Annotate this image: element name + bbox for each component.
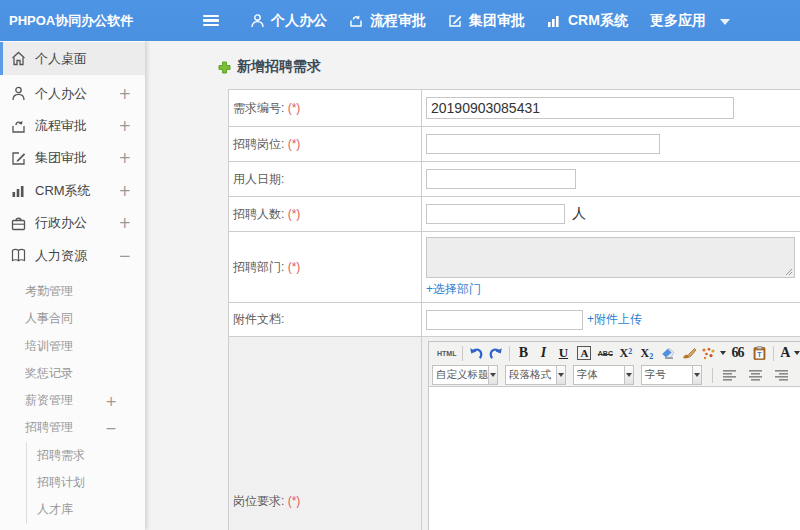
nav-personal-office[interactable]: 个人办公 xyxy=(251,12,327,30)
required-mark: (*) xyxy=(288,137,301,151)
align-center-button[interactable] xyxy=(742,366,768,384)
rich-text-editor: HTML B I U A ABC X2 X2 66 T xyxy=(428,341,800,530)
sidebar-item-crm[interactable]: CRM系统 + xyxy=(0,175,145,207)
home-icon xyxy=(11,51,26,66)
edit-icon xyxy=(11,151,26,166)
magic-wand-icon xyxy=(701,347,716,360)
sidebar-item-personal-desktop[interactable]: 个人桌面 xyxy=(0,42,145,75)
sidebar-subitem-recruit[interactable]: 招聘管理 − xyxy=(0,414,145,441)
briefcase-icon xyxy=(11,216,26,231)
collapse-minus-icon[interactable]: − xyxy=(105,420,117,436)
field-label: 需求编号: xyxy=(233,101,284,115)
nav-label: 更多应用 xyxy=(650,12,706,30)
bold-button[interactable]: B xyxy=(513,344,533,362)
strikethrough-button[interactable]: ABC xyxy=(595,344,615,362)
page-title: 新增招聘需求 xyxy=(218,58,321,76)
heading-select[interactable]: 自定义标题 xyxy=(432,365,489,385)
sidebar-item-group-approval[interactable]: 集团审批 + xyxy=(0,142,145,174)
select-arrow-button[interactable] xyxy=(489,365,498,385)
add-plus-icon xyxy=(218,61,231,74)
paste-text-button[interactable]: T xyxy=(748,344,770,362)
expand-plus-icon[interactable]: + xyxy=(118,117,131,135)
form-row-demand-no: 需求编号: (*) xyxy=(229,90,800,127)
expand-plus-icon[interactable]: + xyxy=(118,85,131,103)
editor-content-area[interactable] xyxy=(429,387,800,530)
eraser-icon xyxy=(661,348,675,359)
count-input[interactable] xyxy=(426,204,565,224)
demand-no-input[interactable] xyxy=(426,97,734,119)
form-row-job: 招聘岗位: (*) xyxy=(229,127,800,162)
font-style-button[interactable]: A xyxy=(577,346,591,360)
dept-textarea[interactable] xyxy=(426,237,795,278)
bar-chart-icon xyxy=(11,183,26,198)
select-arrow-button[interactable] xyxy=(557,365,566,385)
expand-plus-icon[interactable]: + xyxy=(118,182,131,200)
superscript-button[interactable]: X2 xyxy=(615,344,636,362)
sidebar-item-label: 人力资源 xyxy=(35,247,87,265)
nav-crm-system[interactable]: CRM系统 xyxy=(547,12,628,30)
workflow-icon xyxy=(11,119,26,134)
top-nav: 个人办公 流程审批 集团审批 CRM系统 更多应用 xyxy=(251,12,730,30)
workflow-icon xyxy=(349,14,363,28)
sidebar-subitem-recruit-demand[interactable]: 招聘需求 xyxy=(27,442,145,469)
job-input[interactable] xyxy=(426,134,660,154)
align-right-button[interactable] xyxy=(768,366,794,384)
expand-plus-icon[interactable]: + xyxy=(118,149,131,167)
sidebar-item-process-approval[interactable]: 流程审批 + xyxy=(0,110,145,142)
format-painter-button[interactable] xyxy=(678,344,700,362)
nav-label: 集团审批 xyxy=(469,12,525,30)
nav-process-approval[interactable]: 流程审批 xyxy=(349,12,426,30)
font-family-select[interactable]: 字体 xyxy=(573,365,625,385)
media-button[interactable] xyxy=(700,344,726,362)
top-header: PHPOA协同办公软件 个人办公 流程审批 集团审批 CRM系统 更多应用 xyxy=(0,0,800,41)
font-size-select[interactable]: 字号 xyxy=(641,365,693,385)
subscript-button[interactable]: X2 xyxy=(636,344,657,362)
sidebar-subitem-recruit-plan[interactable]: 招聘计划 xyxy=(27,469,145,496)
undo-button[interactable] xyxy=(466,344,486,362)
paintbrush-icon xyxy=(682,347,697,359)
blockquote-button[interactable]: 66 xyxy=(726,344,748,362)
sidebar-item-label: CRM系统 xyxy=(35,182,91,200)
align-left-button[interactable] xyxy=(716,366,742,384)
upload-attachment-link[interactable]: +附件上传 xyxy=(587,311,642,328)
date-input[interactable] xyxy=(426,169,576,189)
nav-label: CRM系统 xyxy=(568,12,628,30)
sidebar-subitem-talent-pool[interactable]: 人才库 xyxy=(27,496,145,523)
sidebar-subitem-rewards[interactable]: 奖惩记录 xyxy=(0,360,145,387)
redo-button[interactable] xyxy=(486,344,506,362)
sidebar-subitem-attendance[interactable]: 考勤管理 xyxy=(0,278,145,305)
main-content: 新增招聘需求 需求编号: (*) 招聘岗位: (*) 用人日期: 招聘人数: (… xyxy=(145,41,800,530)
nav-group-approval[interactable]: 集团审批 xyxy=(448,12,525,30)
required-mark: (*) xyxy=(288,207,301,221)
sidebar-item-personal-office[interactable]: 个人办公 + xyxy=(0,78,145,110)
attachment-input[interactable] xyxy=(426,310,583,330)
field-label: 岗位要求: xyxy=(233,494,284,508)
sidebar-item-label: 个人桌面 xyxy=(35,50,87,68)
html-source-button[interactable]: HTML xyxy=(434,344,459,362)
paragraph-select[interactable]: 段落格式 xyxy=(505,365,557,385)
select-arrow-button[interactable] xyxy=(625,365,634,385)
expand-plus-icon[interactable]: + xyxy=(105,393,117,409)
font-color-button[interactable]: A xyxy=(777,344,800,362)
expand-plus-icon[interactable]: + xyxy=(118,214,131,232)
italic-button[interactable]: I xyxy=(533,344,553,362)
menu-toggle-button[interactable] xyxy=(203,15,219,27)
hr-submenu: 考勤管理 人事合同 培训管理 奖惩记录 薪资管理 + 招聘管理 − 招聘需求 招… xyxy=(0,272,145,524)
count-unit: 人 xyxy=(572,205,586,223)
collapse-minus-icon[interactable]: − xyxy=(118,247,131,265)
sidebar-item-admin-office[interactable]: 行政办公 + xyxy=(0,207,145,239)
field-label: 招聘岗位: xyxy=(233,137,284,151)
eraser-button[interactable] xyxy=(657,344,678,362)
resize-grip-icon xyxy=(785,268,793,276)
nav-more-apps[interactable]: 更多应用 xyxy=(650,12,730,30)
underline-button[interactable]: U xyxy=(553,344,573,362)
align-justify-button[interactable] xyxy=(794,366,800,384)
sidebar-item-label: 个人办公 xyxy=(35,85,87,103)
select-arrow-button[interactable] xyxy=(693,365,702,385)
sidebar-subitem-salary[interactable]: 薪资管理 + xyxy=(0,387,145,414)
select-dept-link[interactable]: +选择部门 xyxy=(426,281,481,298)
sidebar-subitem-hr-contract[interactable]: 人事合同 xyxy=(0,305,145,332)
svg-text:T: T xyxy=(757,351,762,358)
sidebar-subitem-training[interactable]: 培训管理 xyxy=(0,332,145,359)
sidebar-item-hr[interactable]: 人力资源 − xyxy=(0,239,145,271)
